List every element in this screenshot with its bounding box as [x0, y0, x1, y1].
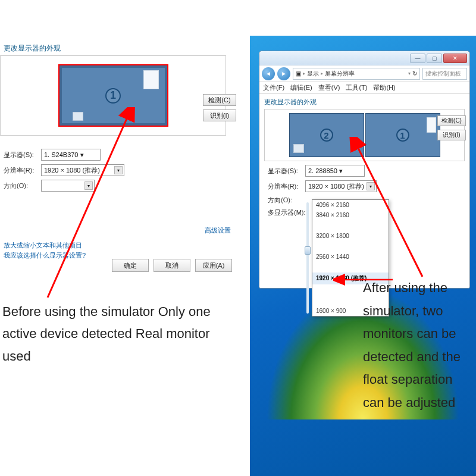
menu-bar: 文件(F) 编辑(E) 查看(V) 工具(T) 帮助(H) — [259, 82, 469, 94]
help-links: 放大或缩小文本和其他项目 我应该选择什么显示器设置? — [4, 241, 86, 261]
display-dropdown[interactable]: 1. S24B370 ▾ — [41, 149, 101, 161]
orientation-label: 方向(O): — [268, 196, 300, 205]
identify-button[interactable]: 识别(I) — [203, 109, 236, 121]
orientation-dropdown[interactable]: ▾ — [41, 180, 95, 192]
resolution-label: 分辨率(R): — [4, 166, 36, 175]
res-option[interactable]: 3200 × 1800 — [312, 231, 389, 241]
menu-tools[interactable]: 工具(T) — [346, 83, 367, 92]
address-bar[interactable]: ▣ ▸ 显示 ▸ 屏幕分辨率 ▾ ↻ — [293, 68, 420, 80]
window-title-bar[interactable]: — ▢ ✕ — [259, 51, 469, 65]
monitor-id-badge: 2 — [320, 129, 333, 142]
monitor-id-badge: 1 — [396, 129, 409, 142]
detect-button[interactable]: 检测(C) — [437, 115, 466, 126]
display-panel-icon — [427, 117, 436, 133]
maximize-button[interactable]: ▢ — [427, 54, 442, 63]
monitor-2[interactable]: 2 — [289, 113, 364, 157]
monitor-preview-after: 2 1 — [264, 109, 465, 161]
cancel-button[interactable]: 取消 — [154, 259, 190, 272]
res-option[interactable]: 4096 × 2160 — [312, 200, 389, 210]
forward-button[interactable]: ► — [277, 67, 290, 80]
chevron-down-icon: ▾ — [114, 166, 123, 174]
slider-track — [306, 202, 309, 314]
text-size-link[interactable]: 放大或缩小文本和其他项目 — [4, 242, 82, 249]
resolution-dropdown[interactable]: 1920 × 1080 (推荐)▾ — [41, 164, 124, 176]
resolution-dropdown[interactable]: 1920 × 1080 (推荐)▾ — [305, 180, 377, 192]
monitor-preview-before: 1 — [0, 55, 226, 136]
multi-display-label: 多显示器(M): — [268, 208, 309, 217]
panel-before-title: 更改显示器的外观 — [0, 42, 238, 55]
menu-edit[interactable]: 编辑(E) — [290, 83, 312, 92]
panel-before: 更改显示器的外观 1 检测(C) 识别(I) 显示器(S): 1. S24B37… — [0, 42, 238, 280]
dropdown-icon[interactable]: ▾ — [408, 71, 411, 76]
resolution-label: 分辨率(R): — [268, 182, 300, 191]
display-dropdown[interactable]: 2. 288850 ▾ — [305, 165, 365, 177]
refresh-icon[interactable]: ↻ — [412, 70, 417, 77]
chevron-down-icon: ▾ — [84, 181, 93, 190]
search-input[interactable]: 搜索控制面板 — [422, 68, 467, 80]
monitor-icon — [293, 144, 304, 153]
caption-before: Before using the simulator Only one acti… — [2, 300, 237, 367]
display-label: 显示器(S): — [268, 167, 300, 176]
display-panel-icon — [143, 70, 159, 89]
ok-button[interactable]: 确定 — [112, 259, 149, 272]
menu-view[interactable]: 查看(V) — [318, 83, 340, 92]
display-label: 显示器(S): — [4, 151, 36, 159]
monitor-1[interactable]: 1 — [365, 113, 440, 157]
detect-button[interactable]: 检测(C) — [203, 94, 236, 106]
minimize-button[interactable]: — — [410, 54, 425, 63]
monitor-1[interactable]: 1 — [58, 64, 168, 127]
menu-help[interactable]: 帮助(H) — [373, 83, 395, 92]
apply-button[interactable]: 应用(A) — [195, 259, 232, 272]
res-option[interactable]: 3840 × 2160 — [312, 210, 389, 220]
monitor-icon — [73, 112, 83, 121]
caption-after: After using the simulator, two monitors … — [363, 277, 476, 414]
which-settings-link[interactable]: 我应该选择什么显示器设置? — [4, 252, 86, 259]
menu-file[interactable]: 文件(F) — [263, 83, 284, 92]
folder-icon: ▣ — [296, 70, 301, 77]
slider-thumb[interactable] — [305, 246, 311, 255]
chevron-down-icon: ▾ — [367, 182, 375, 190]
back-button[interactable]: ◄ — [262, 67, 275, 80]
side-buttons: 检测(C) 识别(I) — [203, 94, 236, 121]
res-option[interactable]: 2560 × 1440 — [312, 252, 389, 262]
identify-button[interactable]: 识别(I) — [437, 130, 466, 140]
advanced-settings-link[interactable]: 高级设置 — [205, 226, 231, 235]
monitor-id-badge: 1 — [105, 88, 121, 104]
panel-after-title: 更改显示器的外观 — [259, 94, 469, 108]
close-button[interactable]: ✕ — [443, 54, 467, 63]
explorer-nav: ◄ ► ▣ ▸ 显示 ▸ 屏幕分辨率 ▾ ↻ 搜索控制面板 — [259, 65, 469, 82]
orientation-label: 方向(O): — [4, 181, 36, 190]
